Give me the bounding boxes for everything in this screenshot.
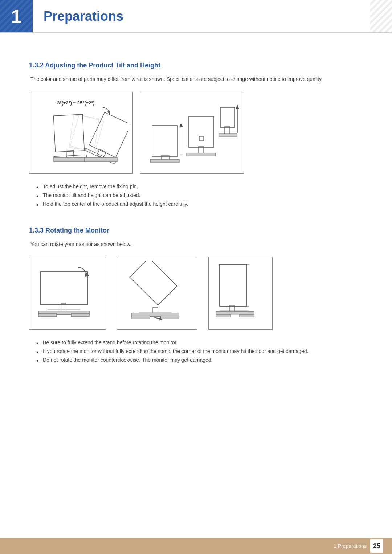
section-133-desc: You can rotate your monitor as shown bel… [29,240,363,248]
svg-rect-19 [199,136,204,141]
rotate-upright-svg [33,261,102,324]
svg-rect-20 [220,107,235,127]
footer-label: 1 Preparations [334,543,367,549]
svg-rect-44 [216,314,230,317]
svg-rect-37 [132,316,150,319]
svg-marker-15 [179,123,183,127]
svg-rect-31 [71,314,89,317]
svg-rect-17 [199,147,204,154]
bullet-133-2: If you rotate the monitor without fully … [36,347,363,356]
svg-rect-18 [187,153,216,156]
height-right-svg [145,97,239,169]
svg-rect-16 [188,116,214,147]
footer-page-number: 25 [370,539,383,553]
svg-rect-33 [130,261,177,305]
svg-rect-30 [38,314,57,317]
chapter-number: 1 [11,5,22,27]
chapter-number-block: 1 [0,0,33,32]
section-132-desc: The color and shape of parts may differ … [29,75,363,83]
tilt-left-diagram: -3°(±2°) ~ 25°(±2°) [29,92,133,174]
rotate-mid-svg [121,261,193,324]
height-right-diagram [140,92,244,174]
page-footer: 1 Preparations 25 [0,538,392,554]
svg-rect-27 [61,304,66,311]
svg-rect-34 [153,307,158,314]
svg-rect-10 [85,157,117,162]
chapter-title-area: Preparations [33,0,392,32]
rotate-diagram-2 [117,257,197,330]
svg-rect-45 [240,314,254,317]
header-decoration [370,0,392,33]
section-132-heading: 1.3.2 Adjusting the Product Tilt and Hei… [29,62,363,69]
svg-rect-22 [219,134,237,136]
rotate-portrait-svg [212,261,269,324]
bullet-133-3: Do not rotate the monitor counterclockwi… [36,356,363,365]
bullet-132-3: Hold the top center of the product and a… [36,200,363,209]
tilt-left-svg: -3°(±2°) ~ 25°(±2°) [34,97,128,169]
section-133-heading: 1.3.3 Rotating the Monitor [29,227,363,234]
section-133-bullets: Be sure to fully extend the stand before… [29,338,363,364]
rotate-diagram-row [29,257,363,330]
rotate-diagram-3 [208,257,273,330]
main-content: 1.3.2 Adjusting the Product Tilt and Hei… [0,33,392,394]
svg-rect-38 [161,316,179,319]
svg-rect-9 [54,157,86,162]
svg-rect-11 [152,126,177,156]
tilt-diagram-row: -3°(±2°) ~ 25°(±2°) [29,92,363,174]
svg-rect-13 [150,159,179,162]
svg-marker-25 [85,272,89,277]
svg-marker-24 [236,104,239,109]
bullet-132-2: The monitor tilt and height can be adjus… [36,191,363,200]
section-132-bullets: To adjust the height, remove the fixing … [29,182,363,208]
rotate-diagram-1 [29,257,106,330]
svg-rect-26 [40,272,87,304]
svg-rect-39 [220,264,247,306]
svg-rect-21 [225,127,230,134]
chapter-title: Preparations [44,9,123,24]
bullet-133-1: Be sure to fully extend the stand before… [36,338,363,347]
bullet-132-1: To adjust the height, remove the fixing … [36,182,363,191]
svg-text:-3°(±2°) ~ 25°(±2°): -3°(±2°) ~ 25°(±2°) [56,100,95,106]
page-header: 1 Preparations [0,0,392,33]
svg-rect-5 [97,149,106,158]
svg-rect-1 [53,114,84,152]
